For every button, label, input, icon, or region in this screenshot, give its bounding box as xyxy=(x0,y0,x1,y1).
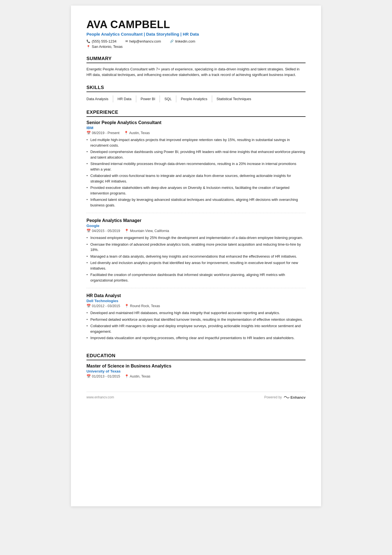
candidate-name: AVA CAMPBELL xyxy=(86,19,306,31)
linkedin-contact: linkedin.com xyxy=(170,39,195,43)
education-title: EDUCATION xyxy=(86,353,306,360)
edu-meta: 📅 01/2013 - 01/2015 📍 Austin, Texas xyxy=(86,374,306,378)
job-bullets: Increased employee engagement by 25% thr… xyxy=(86,235,306,283)
experience-section: EXPERIENCE Senior People Analytics Consu… xyxy=(86,110,306,346)
enhancv-logo-icon xyxy=(284,395,290,399)
brand-name: Enhancv xyxy=(291,395,306,399)
bullet-item: Developed and maintained HR databases, e… xyxy=(86,310,306,316)
job-company: IBM xyxy=(86,126,306,130)
job-bullets: Developed and maintained HR databases, e… xyxy=(86,310,306,341)
enhancv-logo: Enhancv xyxy=(284,395,306,399)
skill-item: Power BI xyxy=(141,95,160,102)
job-title: People Analytics Manager xyxy=(86,218,306,223)
resume-document: AVA CAMPBELL People Analytics Consultant… xyxy=(71,6,321,506)
skills-section: SKILLS Data AnalysisHR DataPower BISQLPe… xyxy=(86,85,306,102)
job-location: 📍 Round Rock, Texas xyxy=(125,304,160,308)
email-icon xyxy=(125,40,128,43)
job-meta: 📅 04/2015 - 05/2019 📍 Mountain View, Cal… xyxy=(86,229,306,233)
location-text: San Antonio, Texas xyxy=(92,45,123,49)
job-bullets: Led multiple high-impact analytics proje… xyxy=(86,137,306,208)
bullet-item: Led diversity and inclusion analytics pr… xyxy=(86,260,306,271)
bullet-item: Performed detailed workforce analyses th… xyxy=(86,317,306,322)
contact-info: (555) 555-1234 help@enhancv.com linkedin… xyxy=(86,39,306,43)
job-title: HR Data Analyst xyxy=(86,293,306,298)
phone-icon xyxy=(86,40,90,43)
bullet-item: Increased employee engagement by 25% thr… xyxy=(86,235,306,241)
bullet-item: Developed comprehensive dashboards using… xyxy=(86,149,306,160)
skill-item: People Analytics xyxy=(181,95,212,102)
job-entry: HR Data AnalystDell Technologies 📅 01/20… xyxy=(86,293,306,346)
job-meta: 📅 06/2019 - Present 📍 Austin, Texas xyxy=(86,131,306,135)
phone-number: (555) 555-1234 xyxy=(92,39,116,43)
edu-location: 📍 Austin, Texas xyxy=(125,374,150,378)
job-company: Google xyxy=(86,224,306,228)
location-icon xyxy=(86,45,90,49)
bullet-item: Collaborated with cross-functional teams… xyxy=(86,173,306,184)
email-contact: help@enhancv.com xyxy=(125,39,161,43)
candidate-title: People Analytics Consultant | Data Story… xyxy=(86,32,306,36)
job-meta: 📅 01/2012 - 03/2015 📍 Round Rock, Texas xyxy=(86,304,306,308)
jobs-container: Senior People Analytics ConsultantIBM 📅 … xyxy=(86,120,306,346)
job-date: 📅 04/2015 - 05/2019 xyxy=(86,229,120,233)
resume-header: AVA CAMPBELL People Analytics Consultant… xyxy=(86,19,306,49)
bullet-item: Provided executive stakeholders with dee… xyxy=(86,185,306,196)
summary-section: SUMMARY Energetic People Analytics Consu… xyxy=(86,56,306,78)
job-location: 📍 Mountain View, California xyxy=(125,229,169,233)
phone-contact: (555) 555-1234 xyxy=(86,39,116,43)
bullet-item: Managed a team of data analysts, deliver… xyxy=(86,254,306,259)
footer-powered: Powered by Enhancv xyxy=(264,395,306,399)
bullet-item: Oversaw the integration of advanced pred… xyxy=(86,242,306,253)
job-entry: Senior People Analytics ConsultantIBM 📅 … xyxy=(86,120,306,213)
job-location: 📍 Austin, Texas xyxy=(124,131,150,135)
experience-title: EXPERIENCE xyxy=(86,110,306,117)
link-icon xyxy=(170,40,174,43)
summary-text: Energetic People Analytics Consultant wi… xyxy=(86,66,306,78)
education-entry: Master of Science in Business AnalyticsU… xyxy=(86,364,306,378)
skills-list: Data AnalysisHR DataPower BISQLPeople An… xyxy=(86,95,306,102)
resume-footer: www.enhancv.com Powered by Enhancv xyxy=(86,392,306,399)
bullet-item: Facilitated the creation of comprehensiv… xyxy=(86,272,306,283)
skill-item: HR Data xyxy=(118,95,136,102)
job-entry: People Analytics ManagerGoogle 📅 04/2015… xyxy=(86,218,306,288)
job-company: Dell Technologies xyxy=(86,299,306,303)
bullet-item: Influenced talent strategy by leveraging… xyxy=(86,197,306,208)
bullet-item: Led multiple high-impact analytics proje… xyxy=(86,137,306,148)
job-date: 📅 06/2019 - Present xyxy=(86,131,120,135)
job-title: Senior People Analytics Consultant xyxy=(86,120,306,125)
email-address: help@enhancv.com xyxy=(129,39,161,43)
bullet-item: Collaborated with HR managers to design … xyxy=(86,323,306,334)
edu-school: University of Texas xyxy=(86,369,306,373)
job-date: 📅 01/2012 - 03/2015 xyxy=(86,304,120,308)
skill-item: Statistical Techniques xyxy=(217,95,256,102)
skill-item: Data Analysis xyxy=(86,95,113,102)
edu-date: 📅 01/2013 - 01/2015 xyxy=(86,374,120,378)
location-info: San Antonio, Texas xyxy=(86,45,306,49)
education-container: Master of Science in Business AnalyticsU… xyxy=(86,364,306,378)
bullet-item: Streamlined internal mobility processes … xyxy=(86,161,306,172)
bullet-item: Improved data visualization and reportin… xyxy=(86,335,306,341)
education-section: EDUCATION Master of Science in Business … xyxy=(86,353,306,378)
linkedin-url: linkedin.com xyxy=(175,39,195,43)
powered-by-text: Powered by xyxy=(264,395,282,399)
skill-item: SQL xyxy=(164,95,176,102)
footer-url: www.enhancv.com xyxy=(86,395,114,399)
edu-degree: Master of Science in Business Analytics xyxy=(86,364,306,369)
summary-title: SUMMARY xyxy=(86,56,306,63)
skills-title: SKILLS xyxy=(86,85,306,92)
